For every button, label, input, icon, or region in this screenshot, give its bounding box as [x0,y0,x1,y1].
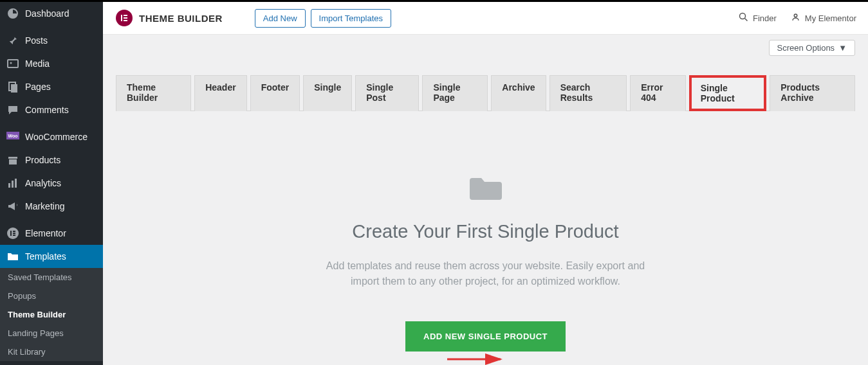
annotation-arrow-icon [444,350,508,365]
sidebar-item-woocommerce[interactable]: Woo WooCommerce [0,125,103,148]
my-elementor-label: My Elementor [805,13,856,23]
media-icon [6,57,19,70]
sidebar-item-pages[interactable]: Pages [0,75,103,98]
top-bar: THEME BUILDER Add New Import Templates F… [103,2,868,35]
tab-single-product[interactable]: Single Product [689,75,767,111]
tab-error-404[interactable]: Error 404 [630,75,686,111]
sidebar-item-marketing[interactable]: Marketing [0,195,103,218]
sidebar-item-analytics[interactable]: Analytics [0,172,103,195]
submenu-saved-templates[interactable]: Saved Templates [0,268,103,287]
svg-point-20 [739,13,745,19]
sidebar-label: Templates [25,251,66,262]
sidebar-item-posts[interactable]: Posts [0,29,103,52]
tab-single-page[interactable]: Single Page [422,75,488,111]
sidebar-label: Elementor [25,228,66,238]
svg-rect-19 [124,20,127,21]
add-new-button[interactable]: Add New [255,9,306,28]
chart-icon [6,177,19,190]
finder-link[interactable]: Finder [739,12,777,24]
tab-search-results[interactable]: Search Results [549,75,627,111]
elementor-logo-icon [116,10,133,26]
submenu-popups[interactable]: Popups [0,287,103,305]
svg-rect-18 [124,17,127,19]
dashboard-icon [6,7,19,20]
svg-rect-13 [13,231,15,232]
sidebar-item-templates[interactable]: Templates [0,245,103,268]
tab-archive[interactable]: Archive [491,75,546,111]
sidebar-item-dashboard[interactable]: Dashboard [0,2,103,25]
sidebar-label: Pages [25,82,51,92]
svg-rect-12 [10,231,12,236]
sidebar-label: Analytics [25,178,61,188]
svg-rect-6 [8,157,17,159]
sidebar-item-media[interactable]: Media [0,52,103,75]
search-icon [739,12,748,24]
empty-state-title: Create Your First Single Product [116,221,855,242]
sidebar-label: Posts [25,35,48,46]
megaphone-icon [6,200,19,213]
svg-line-21 [745,19,748,21]
folder-large-icon [116,175,855,205]
svg-point-1 [10,62,12,64]
sidebar-item-comments[interactable]: Comments [0,98,103,121]
svg-rect-17 [124,15,127,16]
pages-icon [6,80,19,93]
sidebar-label: Dashboard [25,8,69,19]
svg-rect-15 [13,235,15,236]
sidebar-submenu: Saved Templates Popups Theme Builder Lan… [0,268,103,361]
woocommerce-icon: Woo [6,130,19,143]
svg-rect-0 [8,60,18,67]
tab-single[interactable]: Single [303,75,352,111]
import-templates-button[interactable]: Import Templates [311,9,391,28]
tab-products-archive[interactable]: Products Archive [770,75,855,111]
template-type-tabs: Theme Builder Header Footer Single Singl… [116,75,855,111]
tab-theme-builder[interactable]: Theme Builder [116,75,191,111]
tab-footer[interactable]: Footer [250,75,300,111]
submenu-landing-pages[interactable]: Landing Pages [0,324,103,343]
elementor-icon [6,227,19,240]
page-title: THEME BUILDER [139,13,223,24]
submenu-kit-library[interactable]: Kit Library [0,343,103,361]
sidebar-item-products[interactable]: Products [0,148,103,172]
tab-single-post[interactable]: Single Post [355,75,419,111]
user-icon [791,12,800,24]
sidebar-label: Comments [25,105,69,115]
pin-icon [6,34,19,47]
svg-rect-16 [121,15,122,21]
archive-icon [6,154,19,166]
sidebar-item-elementor[interactable]: Elementor [0,222,103,245]
empty-state: Create Your First Single Product Add tem… [116,111,855,352]
screen-options-button[interactable]: Screen Options ▼ [769,40,855,56]
comment-icon [6,103,19,116]
sidebar-label: Products [25,155,60,165]
screen-options-label: Screen Options [777,43,835,53]
svg-rect-7 [9,159,17,165]
svg-rect-14 [13,233,15,234]
svg-point-22 [794,14,797,17]
submenu-theme-builder[interactable]: Theme Builder [0,305,103,324]
empty-state-description: Add templates and reuse them across your… [116,258,855,289]
svg-rect-8 [8,183,10,188]
finder-label: Finder [753,13,777,23]
svg-rect-10 [15,179,17,188]
svg-rect-9 [12,181,14,188]
add-new-single-product-button[interactable]: ADD NEW SINGLE PRODUCT [405,321,566,352]
tab-header[interactable]: Header [194,75,246,111]
sidebar-label: Media [25,58,50,69]
svg-rect-3 [11,84,17,93]
sidebar-label: Marketing [25,201,64,211]
my-elementor-link[interactable]: My Elementor [791,12,856,24]
sidebar-label: WooCommerce [25,132,88,142]
svg-text:Woo: Woo [8,134,17,138]
chevron-down-icon: ▼ [838,43,847,53]
folder-icon [6,250,19,263]
admin-sidebar: Dashboard Posts Media Pages Comments Woo… [0,2,103,365]
